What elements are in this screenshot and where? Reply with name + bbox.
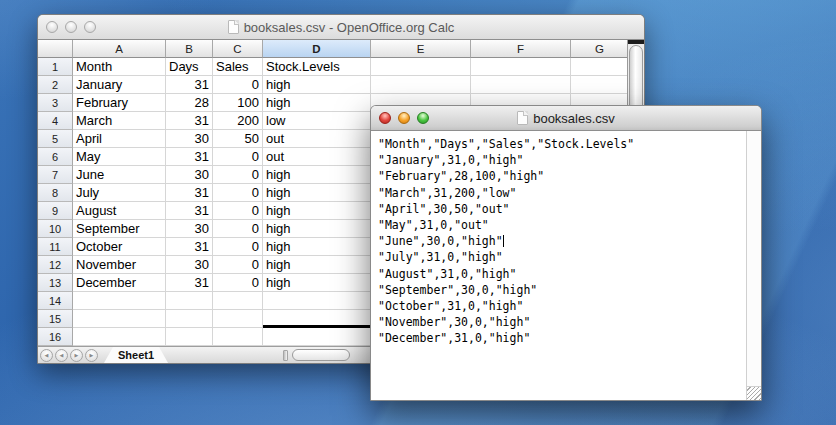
scrollbar-splitter[interactable] <box>283 350 288 361</box>
minimize-button[interactable] <box>65 21 77 33</box>
cell-D16[interactable] <box>263 328 371 346</box>
cell-B1[interactable]: Days <box>166 58 213 76</box>
csv-line[interactable]: "February",28,100,"high" <box>378 168 746 184</box>
row-header-4[interactable]: 4 <box>38 112 73 130</box>
calc-titlebar[interactable]: booksales.csv - OpenOffice.org Calc <box>38 15 644 40</box>
csv-line[interactable]: "March",31,200,"low" <box>378 185 746 201</box>
cell-A2[interactable]: January <box>73 76 166 94</box>
cell-B13[interactable]: 31 <box>166 274 213 292</box>
text-editor-vertical-scrollbar[interactable] <box>746 131 761 401</box>
column-header-E[interactable]: E <box>371 40 471 58</box>
grid-corner-select-all[interactable] <box>38 40 73 58</box>
row-header-2[interactable]: 2 <box>38 76 73 94</box>
row-header-5[interactable]: 5 <box>38 130 73 148</box>
cell-A12[interactable]: November <box>73 256 166 274</box>
csv-line[interactable]: "July",31,0,"high" <box>378 249 746 265</box>
cell-D14[interactable] <box>263 292 371 310</box>
cell-D6[interactable]: out <box>263 148 371 166</box>
cell-D12[interactable]: high <box>263 256 371 274</box>
close-button[interactable] <box>46 21 58 33</box>
cell-B10[interactable]: 30 <box>166 220 213 238</box>
cell-A11[interactable]: October <box>73 238 166 256</box>
cell-C7[interactable]: 0 <box>213 166 263 184</box>
resize-grip[interactable] <box>746 386 761 401</box>
row-header-13[interactable]: 13 <box>38 274 73 292</box>
row-header-11[interactable]: 11 <box>38 238 73 256</box>
zoom-button[interactable] <box>417 112 429 124</box>
cell-G1[interactable] <box>571 58 629 76</box>
cell-A4[interactable]: March <box>73 112 166 130</box>
cell-B15[interactable] <box>166 310 213 328</box>
cell-B11[interactable]: 31 <box>166 238 213 256</box>
cell-B9[interactable]: 31 <box>166 202 213 220</box>
cell-A13[interactable]: December <box>73 274 166 292</box>
row-header-9[interactable]: 9 <box>38 202 73 220</box>
csv-line[interactable]: "April",30,50,"out" <box>378 201 746 217</box>
sheet-tab-sheet1[interactable]: Sheet1 <box>104 347 168 363</box>
cell-A7[interactable]: June <box>73 166 166 184</box>
csv-line[interactable]: "June",30,0,"high" <box>378 233 746 249</box>
cell-C5[interactable]: 50 <box>213 130 263 148</box>
cell-A8[interactable]: July <box>73 184 166 202</box>
cell-C10[interactable]: 0 <box>213 220 263 238</box>
row-header-8[interactable]: 8 <box>38 184 73 202</box>
cell-D5[interactable]: out <box>263 130 371 148</box>
text-editor-titlebar[interactable]: booksales.csv <box>371 106 761 131</box>
row-header-12[interactable]: 12 <box>38 256 73 274</box>
cell-B8[interactable]: 31 <box>166 184 213 202</box>
cell-C16[interactable] <box>213 328 263 346</box>
cell-A5[interactable]: April <box>73 130 166 148</box>
cell-E2[interactable] <box>371 76 471 94</box>
cell-D4[interactable]: low <box>263 112 371 130</box>
prev-sheet-button[interactable]: ◀ <box>55 349 68 362</box>
cell-C2[interactable]: 0 <box>213 76 263 94</box>
cell-D10[interactable]: high <box>263 220 371 238</box>
column-header-C[interactable]: C <box>213 40 263 58</box>
cell-A16[interactable] <box>73 328 166 346</box>
column-header-F[interactable]: F <box>471 40 571 58</box>
csv-line[interactable]: "September",30,0,"high" <box>378 282 746 298</box>
cell-C11[interactable]: 0 <box>213 238 263 256</box>
cell-C14[interactable] <box>213 292 263 310</box>
cell-D8[interactable]: high <box>263 184 371 202</box>
cell-A1[interactable]: Month <box>73 58 166 76</box>
cell-C9[interactable]: 0 <box>213 202 263 220</box>
csv-text-area[interactable]: "Month","Days","Sales","Stock.Levels""Ja… <box>371 131 746 401</box>
column-header-B[interactable]: B <box>166 40 213 58</box>
calc-horizontal-scrollbar-thumb[interactable] <box>292 349 350 361</box>
cell-A9[interactable]: August <box>73 202 166 220</box>
cell-C15[interactable] <box>213 310 263 328</box>
cell-D11[interactable]: high <box>263 238 371 256</box>
cell-C13[interactable]: 0 <box>213 274 263 292</box>
cell-B7[interactable]: 30 <box>166 166 213 184</box>
cell-A10[interactable]: September <box>73 220 166 238</box>
cell-D3[interactable]: high <box>263 94 371 112</box>
cell-B16[interactable] <box>166 328 213 346</box>
csv-line[interactable]: "October",31,0,"high" <box>378 298 746 314</box>
csv-line[interactable]: "Month","Days","Sales","Stock.Levels" <box>378 136 746 152</box>
cell-B12[interactable]: 30 <box>166 256 213 274</box>
cell-A15[interactable] <box>73 310 166 328</box>
last-sheet-button[interactable]: ▶ <box>85 349 98 362</box>
cell-D13[interactable]: high <box>263 274 371 292</box>
cell-C3[interactable]: 100 <box>213 94 263 112</box>
row-header-15[interactable]: 15 <box>38 310 73 328</box>
cell-B6[interactable]: 31 <box>166 148 213 166</box>
cell-E1[interactable] <box>371 58 471 76</box>
row-header-3[interactable]: 3 <box>38 94 73 112</box>
cell-A3[interactable]: February <box>73 94 166 112</box>
cell-C12[interactable]: 0 <box>213 256 263 274</box>
column-header-G[interactable]: G <box>571 40 629 58</box>
cell-D9[interactable]: high <box>263 202 371 220</box>
column-header-D[interactable]: D <box>263 40 371 58</box>
csv-line[interactable]: "January",31,0,"high" <box>378 152 746 168</box>
cell-B2[interactable]: 31 <box>166 76 213 94</box>
csv-line[interactable]: "November",30,0,"high" <box>378 314 746 330</box>
cell-A14[interactable] <box>73 292 166 310</box>
cell-D2[interactable]: high <box>263 76 371 94</box>
next-sheet-button[interactable]: ▶ <box>70 349 83 362</box>
cell-C8[interactable]: 0 <box>213 184 263 202</box>
cell-B5[interactable]: 30 <box>166 130 213 148</box>
cell-F1[interactable] <box>471 58 571 76</box>
cell-C1[interactable]: Sales <box>213 58 263 76</box>
